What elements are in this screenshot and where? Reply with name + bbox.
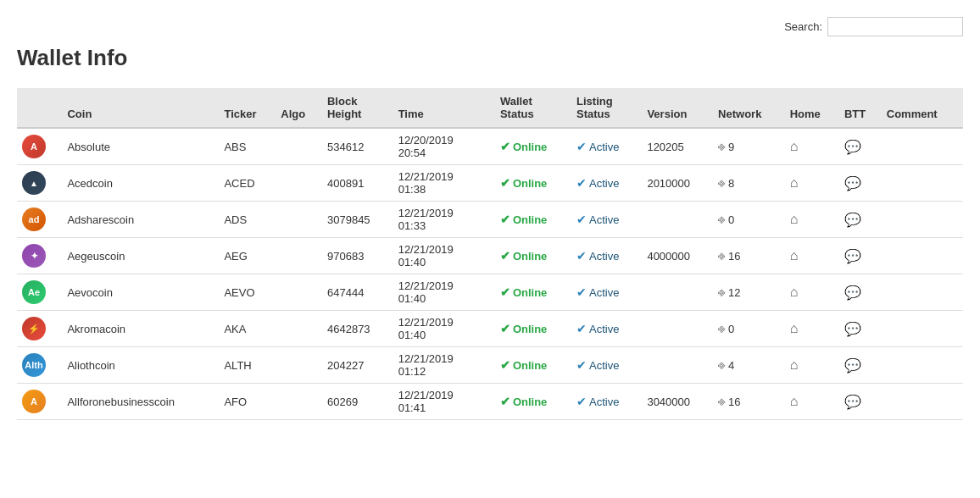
home-cell[interactable]: ⌂ <box>785 274 839 311</box>
check-icon: ✔ <box>500 140 510 153</box>
network-count: 9 <box>728 141 734 153</box>
check-icon: ✔ <box>500 285 510 299</box>
coin-icon-cell: ⚡ <box>17 311 62 347</box>
wallet-table: Coin Ticker Algo BlockHeight Time Wallet… <box>17 88 963 420</box>
btt-cell[interactable]: 💬 <box>839 347 882 384</box>
time-hour: 01:41 <box>398 401 490 414</box>
wallet-status-text: Online <box>513 141 547 153</box>
home-cell[interactable]: ⌂ <box>785 384 839 420</box>
home-cell[interactable]: ⌂ <box>785 165 839 202</box>
ticker-cell: ALTH <box>219 347 276 384</box>
listing-status-cell: ✔ Active <box>571 128 642 165</box>
time-cell: 12/21/2019 01:12 <box>393 347 495 384</box>
network-icon: ⎆ <box>718 285 725 299</box>
table-row: Ae Aevocoin AEVO 647444 12/21/2019 01:40… <box>17 274 963 311</box>
network-info: ⎆ 16 <box>718 395 780 408</box>
algo-cell <box>276 165 322 202</box>
home-icon[interactable]: ⌂ <box>790 248 799 263</box>
home-icon[interactable]: ⌂ <box>790 357 799 372</box>
ticker-cell: AKA <box>219 311 276 347</box>
btt-icon[interactable]: 💬 <box>844 322 861 336</box>
time-hour: 01:33 <box>398 219 490 232</box>
home-cell[interactable]: ⌂ <box>785 311 839 347</box>
wallet-status-badge: ✔ Online <box>500 322 566 335</box>
check-icon: ✔ <box>500 395 510 408</box>
home-icon[interactable]: ⌂ <box>790 321 799 335</box>
version-cell <box>642 347 713 384</box>
btt-icon[interactable]: 💬 <box>844 395 861 409</box>
listing-status-text: Active <box>589 213 619 226</box>
btt-cell[interactable]: 💬 <box>839 165 882 202</box>
col-comment: Comment <box>882 88 963 128</box>
time-date: 12/21/2019 <box>398 207 490 219</box>
check-icon: ✔ <box>500 176 510 190</box>
listing-status-text: Active <box>589 250 619 263</box>
wallet-status-cell: ✔ Online <box>495 274 571 311</box>
listing-status-badge: ✔ Active <box>576 140 637 153</box>
block-height-cell: 4642873 <box>322 311 393 347</box>
wallet-status-badge: ✔ Online <box>500 358 566 372</box>
algo-cell <box>276 128 322 165</box>
table-row: ad Adsharescoin ADS 3079845 12/21/2019 0… <box>17 202 963 238</box>
listing-status-text: Active <box>589 177 619 190</box>
btt-icon[interactable]: 💬 <box>844 213 861 227</box>
network-cell: ⎆ 0 <box>713 311 785 347</box>
coin-icon-cell: ad <box>17 202 62 238</box>
btt-cell[interactable]: 💬 <box>839 238 882 274</box>
listing-status-cell: ✔ Active <box>571 274 642 311</box>
listing-status-text: Active <box>589 141 619 153</box>
btt-icon[interactable]: 💬 <box>844 176 861 191</box>
coin-icon-cell: A <box>17 128 62 165</box>
network-cell: ⎆ 4 <box>713 347 785 384</box>
btt-icon[interactable]: 💬 <box>844 140 861 154</box>
coin-icon: A <box>22 390 46 413</box>
table-row: ▲ Acedcoin ACED 400891 12/21/2019 01:38 … <box>17 165 963 202</box>
network-info: ⎆ 0 <box>718 322 780 335</box>
home-icon[interactable]: ⌂ <box>790 394 799 408</box>
search-input[interactable] <box>827 17 963 36</box>
btt-cell[interactable]: 💬 <box>839 384 882 420</box>
home-cell[interactable]: ⌂ <box>785 128 839 165</box>
time-hour: 01:40 <box>398 329 490 341</box>
comment-cell <box>882 384 963 420</box>
coin-name-cell: Acedcoin <box>62 165 219 202</box>
listing-status-badge: ✔ Active <box>576 322 637 335</box>
wallet-status-badge: ✔ Online <box>500 249 566 263</box>
ticker-cell: AFO <box>219 384 276 420</box>
check-blue-icon: ✔ <box>576 140 587 153</box>
home-icon[interactable]: ⌂ <box>790 175 799 190</box>
home-cell[interactable]: ⌂ <box>785 238 839 274</box>
btt-cell[interactable]: 💬 <box>839 274 882 311</box>
col-home: Home <box>785 88 839 128</box>
version-cell: 4000000 <box>642 238 713 274</box>
coin-icon: Alth <box>22 353 46 377</box>
home-cell[interactable]: ⌂ <box>785 347 839 384</box>
wallet-status-text: Online <box>513 250 547 263</box>
search-label: Search: <box>784 20 822 33</box>
btt-cell[interactable]: 💬 <box>839 311 882 347</box>
network-info: ⎆ 16 <box>718 249 780 263</box>
wallet-status-cell: ✔ Online <box>495 311 571 347</box>
wallet-status-text: Online <box>513 323 547 335</box>
check-blue-icon: ✔ <box>576 249 587 263</box>
network-cell: ⎆ 12 <box>713 274 785 311</box>
network-cell: ⎆ 9 <box>713 128 785 165</box>
coin-name-cell: Aliothcoin <box>62 347 219 384</box>
algo-cell <box>276 202 322 238</box>
btt-cell[interactable]: 💬 <box>839 202 882 238</box>
coin-icon: ⚡ <box>22 317 46 340</box>
table-row: ⚡ Akromacoin AKA 4642873 12/21/2019 01:4… <box>17 311 963 347</box>
algo-cell <box>276 311 322 347</box>
home-icon[interactable]: ⌂ <box>790 139 799 153</box>
listing-status-text: Active <box>589 323 619 335</box>
btt-icon[interactable]: 💬 <box>844 358 861 373</box>
btt-cell[interactable]: 💬 <box>839 128 882 165</box>
btt-icon[interactable]: 💬 <box>844 249 861 263</box>
block-height-cell: 970683 <box>322 238 393 274</box>
block-height-cell: 400891 <box>322 165 393 202</box>
home-icon[interactable]: ⌂ <box>790 285 799 299</box>
home-cell[interactable]: ⌂ <box>785 202 839 238</box>
network-info: ⎆ 12 <box>718 285 780 299</box>
home-icon[interactable]: ⌂ <box>790 212 799 226</box>
btt-icon[interactable]: 💬 <box>844 285 861 300</box>
